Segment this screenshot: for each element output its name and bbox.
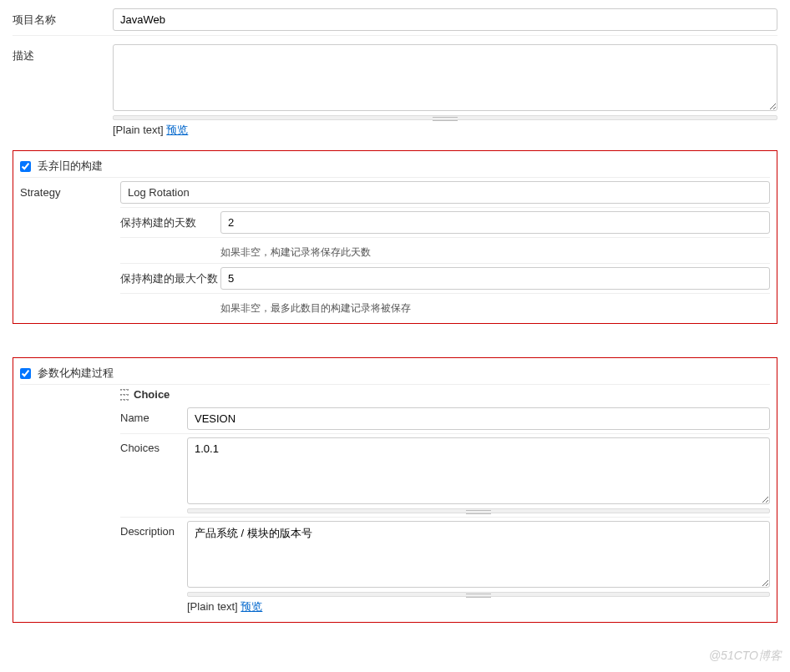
param-desc-textarea[interactable] <box>187 521 770 588</box>
discard-old-checkbox[interactable] <box>20 161 31 172</box>
param-name-label: Name <box>120 407 187 424</box>
param-desc-label: Description <box>120 521 187 538</box>
max-to-keep-help: 如果非空，最多此数目的构建记录将被保存 <box>220 297 411 316</box>
max-to-keep-label: 保持构建的最大个数 <box>120 267 220 286</box>
preview-link[interactable]: 预览 <box>166 124 188 136</box>
resize-handle[interactable] <box>187 592 770 597</box>
project-name-input[interactable] <box>113 8 777 31</box>
param-plain-text-label: [Plain text] <box>187 600 238 613</box>
discard-old-label: 丢弃旧的构建 <box>38 159 103 174</box>
description-textarea[interactable] <box>113 44 777 111</box>
param-preview-link[interactable]: 预览 <box>241 600 262 613</box>
project-name-label: 项目名称 <box>13 8 113 28</box>
plain-text-label: [Plain text] <box>113 124 164 136</box>
days-to-keep-label: 保持构建的天数 <box>120 211 220 230</box>
param-choices-label: Choices <box>120 437 187 454</box>
strategy-label: Strategy <box>20 186 120 199</box>
description-label: 描述 <box>13 44 113 63</box>
discard-old-builds-box: 丢弃旧的构建 Strategy Log Rotation 保持构建的天数 如果非… <box>13 150 777 324</box>
days-to-keep-help: 如果非空，构建记录将保存此天数 <box>220 241 371 260</box>
discard-old-checkbox-row: 丢弃旧的构建 <box>20 155 770 178</box>
strategy-select[interactable]: Log Rotation <box>120 181 770 204</box>
param-choices-textarea[interactable] <box>187 437 770 504</box>
parameterized-checkbox[interactable] <box>20 368 31 379</box>
days-to-keep-input[interactable] <box>220 211 770 234</box>
resize-handle[interactable] <box>187 508 770 513</box>
max-to-keep-input[interactable] <box>220 267 770 290</box>
parameterized-label: 参数化构建过程 <box>38 366 114 381</box>
resize-handle[interactable] <box>113 115 777 120</box>
param-name-input[interactable] <box>187 407 770 430</box>
parameterized-checkbox-row: 参数化构建过程 <box>20 362 770 385</box>
project-name-row: 项目名称 <box>13 8 777 36</box>
parameterized-build-box: 参数化构建过程 Choice Name Choices <box>13 357 777 623</box>
description-row: 描述 [Plain text] 预览 <box>13 44 777 142</box>
drag-handle-icon[interactable] <box>120 389 129 401</box>
choice-header: Choice <box>120 385 770 404</box>
